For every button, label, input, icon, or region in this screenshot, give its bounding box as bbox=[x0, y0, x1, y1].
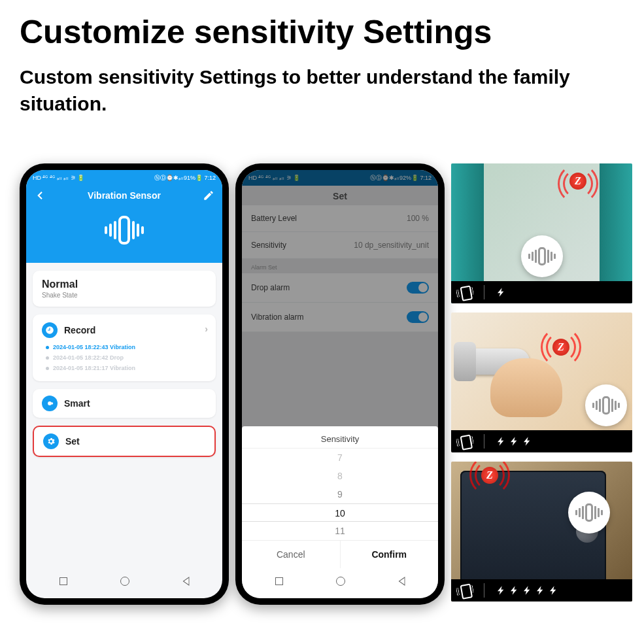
status-right: ⓃⒹ⌚✱ₐₗₗ91%🔋 7:12 bbox=[154, 174, 216, 182]
vibration-icon bbox=[456, 582, 473, 598]
scenario-column bbox=[451, 163, 632, 602]
record-entry: 2024-01-05 18:22:43 Vibration bbox=[42, 342, 207, 352]
smart-card[interactable]: Smart bbox=[33, 389, 216, 418]
back-icon[interactable] bbox=[34, 190, 46, 201]
page-subhead: Custom sensitivity Settings to better un… bbox=[0, 54, 644, 117]
back-button[interactable] bbox=[182, 577, 189, 586]
sheet-title: Sensitivity bbox=[242, 426, 438, 449]
record-label: Record bbox=[64, 325, 95, 335]
cancel-button[interactable]: Cancel bbox=[242, 541, 341, 568]
lightning-icon bbox=[522, 433, 533, 449]
intensity-strip bbox=[451, 430, 632, 452]
lightning-icon bbox=[522, 583, 533, 598]
chevron-right-icon: › bbox=[205, 324, 208, 334]
lightning-icon bbox=[535, 583, 546, 598]
state-title: Normal bbox=[42, 279, 207, 290]
sensor-puck-icon bbox=[568, 492, 610, 534]
state-card: Normal Shake State bbox=[33, 271, 216, 307]
lightning-icon bbox=[496, 284, 507, 300]
edit-icon[interactable] bbox=[203, 190, 214, 201]
screen-title: Vibration Sensor bbox=[88, 190, 161, 201]
recents-button[interactable] bbox=[59, 577, 67, 585]
page-headline: Customize sensitivity Settings bbox=[0, 0, 644, 54]
gear-icon bbox=[43, 433, 59, 449]
record-entry: 2024-01-05 18:21:17 Vibration bbox=[42, 363, 207, 373]
home-button[interactable] bbox=[120, 577, 129, 586]
status-left: HD ⁴ᴳ ⁴ᴳ ₐₗₗ ₐₗₗ ⚞ 🔋 bbox=[33, 175, 84, 181]
clock-icon bbox=[42, 322, 58, 338]
vibration-sensor-icon bbox=[26, 216, 222, 245]
sensor-puck-icon bbox=[521, 235, 563, 277]
lightning-icon bbox=[549, 583, 559, 598]
picker-option[interactable]: 7 bbox=[242, 449, 438, 467]
phone-settings-sheet: HD ⁴ᴳ ⁴ᴳ ₐₗₗ ₐₗₗ ⚞ 🔋 ⓃⒹ⌚✱ₐₗₗ92%🔋 7:12 Se… bbox=[235, 163, 445, 605]
scene-curtain bbox=[451, 163, 632, 303]
record-card[interactable]: Record › 2024-01-05 18:22:43 Vibration20… bbox=[33, 314, 216, 381]
hand bbox=[490, 358, 562, 417]
confirm-button[interactable]: Confirm bbox=[341, 541, 439, 568]
svg-point-1 bbox=[51, 402, 54, 405]
lightning-icon bbox=[496, 433, 507, 449]
recents-button[interactable] bbox=[275, 577, 283, 585]
scene-safe bbox=[451, 462, 632, 602]
state-sub: Shake State bbox=[42, 292, 207, 299]
picker-option[interactable]: 10 bbox=[242, 503, 438, 522]
record-entry: 2024-01-05 18:22:42 Drop bbox=[42, 352, 207, 363]
android-navbar[interactable] bbox=[33, 569, 216, 593]
sensitivity-picker[interactable]: 78910111213 bbox=[242, 449, 438, 540]
set-label: Set bbox=[65, 436, 80, 447]
smart-icon bbox=[42, 396, 58, 411]
vibration-icon bbox=[456, 284, 473, 300]
intensity-strip bbox=[451, 579, 632, 602]
lightning-icon bbox=[496, 583, 507, 598]
lightning-icon bbox=[509, 433, 520, 449]
home-button[interactable] bbox=[336, 577, 345, 586]
status-bar: HD ⁴ᴳ ⁴ᴳ ₐₗₗ ₐₗₗ ⚞ 🔋 ⓃⒹ⌚✱ₐₗₗ91%🔋 7:12 bbox=[26, 170, 222, 186]
back-button[interactable] bbox=[398, 577, 405, 586]
lightning-icon bbox=[509, 583, 520, 598]
android-navbar[interactable] bbox=[248, 569, 432, 593]
intensity-strip bbox=[451, 281, 632, 303]
picker-option[interactable]: 8 bbox=[242, 467, 438, 485]
picker-option[interactable]: 11 bbox=[242, 522, 438, 540]
scene-door-handle bbox=[451, 313, 632, 452]
set-card[interactable]: Set bbox=[33, 426, 216, 457]
smart-label: Smart bbox=[64, 398, 90, 409]
vibration-icon bbox=[456, 433, 473, 449]
sensor-puck-icon bbox=[585, 384, 627, 426]
phone-main-app: HD ⁴ᴳ ⁴ᴳ ₐₗₗ ₐₗₗ ⚞ 🔋 ⓃⒹ⌚✱ₐₗₗ91%🔋 7:12 Vi… bbox=[20, 163, 229, 605]
picker-option[interactable]: 9 bbox=[242, 485, 438, 503]
